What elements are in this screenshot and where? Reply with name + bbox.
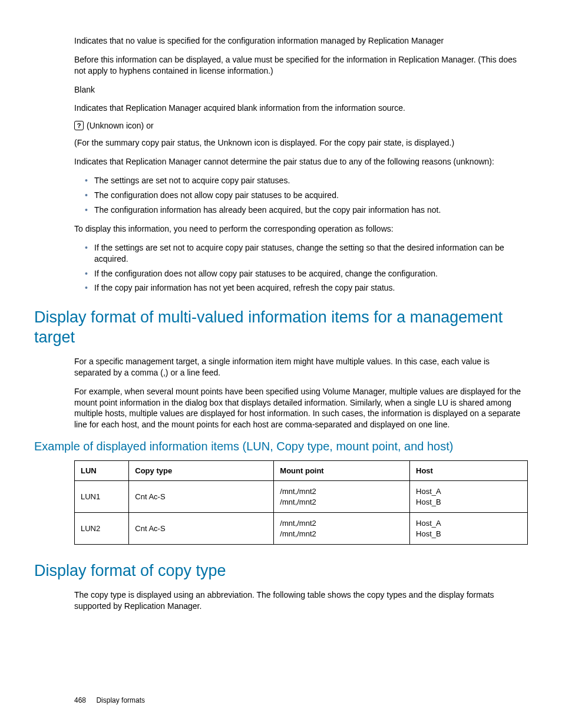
table-header: Host	[410, 461, 528, 481]
footer-title: Display formats	[96, 696, 145, 704]
blank-label: Blank	[74, 84, 528, 95]
reasons-list: The settings are set not to acquire copy…	[85, 175, 528, 216]
list-item: The configuration does not allow copy pa…	[85, 190, 528, 201]
subheading-example: Example of displayed information items (…	[34, 440, 528, 453]
list-item: The configuration information has alread…	[85, 205, 528, 216]
cell-host: Host_A Host_B	[410, 481, 528, 513]
example-table: LUN Copy type Mount point Host LUN1 Cnt …	[74, 460, 528, 545]
list-item: If the copy pair information has not yet…	[85, 282, 528, 294]
unknown-icon: ?	[74, 121, 84, 130]
cell-ctype: Cnt Ac-S	[129, 481, 274, 513]
cell-lun: LUN2	[75, 513, 129, 545]
page-number: 468	[74, 696, 86, 704]
cell-host: Host_A Host_B	[410, 513, 528, 545]
para-multi-2: For example, when several mount points h…	[74, 386, 528, 431]
unknown-icon-text: (Unknown icon) or	[87, 121, 154, 130]
table-header: LUN	[75, 461, 129, 481]
table-row: LUN1 Cnt Ac-S /mnt,/mnt2 /mnt,/mnt2 Host…	[75, 481, 528, 513]
cell-lun: LUN1	[75, 481, 129, 513]
table-row: LUN2 Cnt Ac-S /mnt,/mnt2 /mnt,/mnt2 Host…	[75, 513, 528, 545]
cell-mount: /mnt,/mnt2 /mnt,/mnt2	[274, 481, 410, 513]
para-before-display: Before this information can be displayed…	[74, 54, 528, 77]
list-item: If the settings are set not to acquire c…	[85, 242, 528, 265]
para-blank-info: Indicates that Replication Manager acqui…	[74, 103, 528, 114]
unknown-icon-line: ? (Unknown icon) or	[74, 121, 528, 130]
list-item: The settings are set not to acquire copy…	[85, 175, 528, 186]
para-cannot-determine: Indicates that Replication Manager canno…	[74, 156, 528, 167]
operations-list: If the settings are set not to acquire c…	[85, 242, 528, 294]
list-item: If the configuration does not allow copy…	[85, 268, 528, 279]
cell-ctype: Cnt Ac-S	[129, 513, 274, 545]
heading-multi-valued: Display format of multi-valued informati…	[34, 308, 528, 348]
para-multi-1: For a specific management target, a sing…	[74, 356, 528, 378]
para-copytype: The copy type is displayed using an abbr…	[74, 589, 528, 612]
table-header: Mount point	[274, 461, 410, 481]
page-footer: 468 Display formats	[74, 696, 145, 704]
para-summary-status: (For the summary copy pair status, the U…	[74, 137, 528, 149]
cell-mount: /mnt,/mnt2 /mnt,/mnt2	[274, 513, 410, 545]
heading-copy-type: Display format of copy type	[34, 561, 528, 581]
para-to-display: To display this information, you need to…	[74, 223, 528, 235]
table-header: Copy type	[129, 461, 274, 481]
table-header-row: LUN Copy type Mount point Host	[75, 461, 528, 481]
para-no-value: Indicates that no value is specified for…	[74, 35, 528, 47]
